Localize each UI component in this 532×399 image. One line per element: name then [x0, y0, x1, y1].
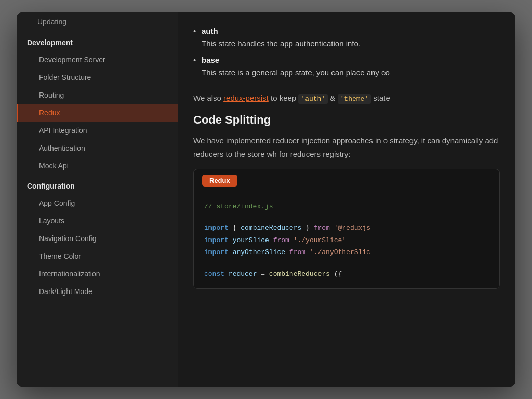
code-from3: from: [289, 248, 305, 256]
code-eq: =: [261, 270, 269, 278]
code-combine-func: combineReducers: [269, 270, 330, 278]
code-line-comment: // store/index.js: [204, 201, 489, 212]
code-block-header: Redux: [194, 169, 499, 192]
code-line-const: const reducer = combineReducers ({: [204, 268, 489, 280]
bullet-list: auth This state handles the app authenti…: [193, 23, 500, 81]
sidebar-item-development-server[interactable]: Development Server: [17, 51, 178, 69]
persist-paragraph: We also redux-persist to keep 'auth' & '…: [193, 91, 500, 105]
base-name: base: [202, 56, 219, 64]
sidebar-item-app-config[interactable]: App Config: [17, 194, 178, 212]
code-from2: from: [273, 236, 289, 244]
code-open-brace: ({: [334, 270, 342, 278]
section-header-development: Development: [17, 31, 178, 51]
sidebar-item-dark-light-mode[interactable]: Dark/Light Mode: [17, 283, 178, 300]
sidebar-item-routing[interactable]: Routing: [17, 86, 178, 104]
code-comment-store: // store/index.js: [204, 203, 273, 210]
auth-description: This state handles the app authenticatio…: [202, 39, 361, 48]
code-block: Redux // store/index.js import { combine…: [193, 169, 500, 289]
app-window: Updating Development Development Server …: [17, 12, 515, 387]
main-content: auth This state handles the app authenti…: [178, 12, 515, 387]
sidebar: Updating Development Development Server …: [17, 12, 178, 387]
code-keyword-import1: import: [204, 224, 229, 232]
code-empty-2: [204, 259, 489, 268]
persist-state: state: [373, 94, 390, 102]
code-line-import3: import anyOtherSlice from './anyOtherSli…: [204, 246, 489, 258]
persist-amp: &: [330, 94, 337, 102]
persist-code1: 'auth': [298, 94, 328, 104]
code-line-import1: import { combineReducers } from '@reduxj…: [204, 222, 489, 234]
code-brace-open: {: [233, 224, 241, 232]
code-empty-1: [204, 212, 489, 222]
code-from1: from: [314, 224, 330, 232]
sidebar-item-folder-structure[interactable]: Folder Structure: [17, 69, 178, 86]
auth-name: auth: [202, 26, 218, 35]
code-brace-close: }: [305, 224, 314, 232]
sidebar-item-mock-api[interactable]: Mock Api: [17, 157, 178, 175]
base-description: This state is a general app state, you c…: [202, 68, 390, 77]
persist-link[interactable]: redux-persist: [223, 94, 269, 102]
sidebar-item-theme-color[interactable]: Theme Color: [17, 247, 178, 265]
persist-before: We also: [193, 94, 221, 102]
sidebar-item-updating[interactable]: Updating: [17, 12, 178, 31]
section-title-code-splitting: Code Splitting: [193, 113, 500, 127]
body-text-reducer: We have implemented reducer injection ap…: [193, 134, 500, 161]
sidebar-item-navigation-config[interactable]: Navigation Config: [17, 230, 178, 247]
code-keyword-import3: import: [204, 248, 229, 256]
code-module1: '@reduxjs: [334, 224, 370, 232]
sidebar-item-api-integration[interactable]: API Integration: [17, 122, 178, 139]
code-const-keyword: const: [204, 270, 224, 278]
code-reducer-name: reducer: [229, 270, 257, 278]
sidebar-item-redux[interactable]: Redux: [17, 104, 178, 122]
persist-code2: 'theme': [338, 94, 371, 104]
list-item-base: base This state is a general app state, …: [193, 52, 500, 81]
sidebar-item-internationalization[interactable]: Internationalization: [17, 265, 178, 283]
code-module3: './anyOtherSlic: [310, 248, 370, 256]
code-any-other-slice: anyOtherSlice: [233, 248, 285, 256]
code-your-slice: yourSlice: [233, 236, 269, 244]
code-line-import2: import yourSlice from './yourSlice': [204, 234, 489, 246]
code-combine-reducers: combineReducers: [241, 224, 301, 232]
section-header-configuration: Configuration: [17, 175, 178, 194]
list-item-auth: auth This state handles the app authenti…: [193, 23, 500, 52]
code-keyword-import2: import: [204, 236, 229, 244]
sidebar-item-authentication[interactable]: Authentication: [17, 139, 178, 157]
code-body: // store/index.js import { combineReduce…: [194, 192, 499, 288]
code-tag-redux: Redux: [202, 175, 237, 187]
code-module2: './yourSlice': [294, 236, 346, 244]
sidebar-item-layouts[interactable]: Layouts: [17, 212, 178, 230]
